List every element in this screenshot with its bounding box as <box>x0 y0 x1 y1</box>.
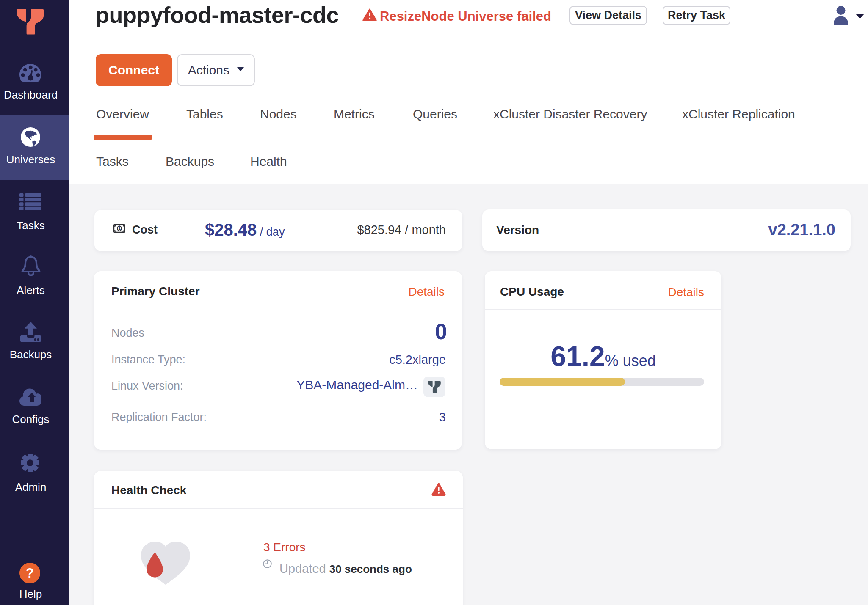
svg-text:1: 1 <box>118 226 121 231</box>
